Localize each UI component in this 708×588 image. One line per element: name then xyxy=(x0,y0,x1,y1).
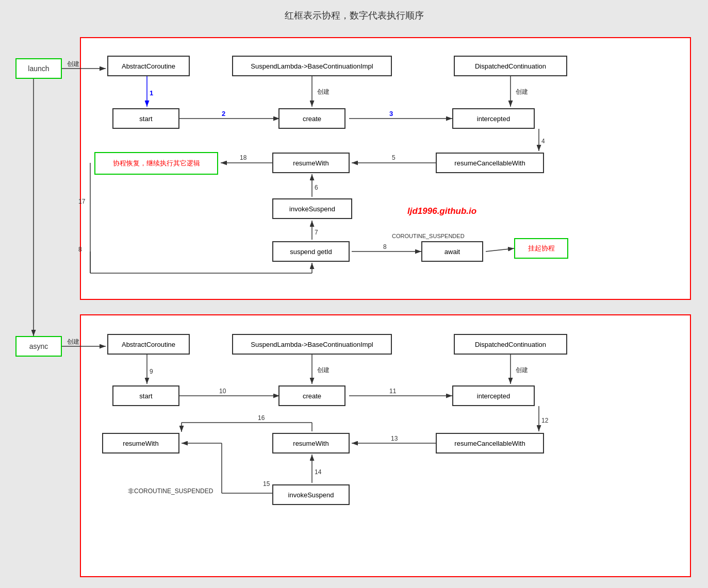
launch-node: launch xyxy=(15,58,62,79)
create-top: create xyxy=(278,108,345,129)
suspend-lambda-bottom: SuspendLambda->BaseContinuationImpl xyxy=(232,334,392,355)
svg-text:创建: 创建 xyxy=(67,60,79,68)
resume-cancellable-top: resumeCancellableWith xyxy=(436,153,544,173)
resume-with-bottom-left: resumeWith xyxy=(102,433,179,453)
invoke-suspend-bottom: invokeSuspend xyxy=(272,484,350,505)
intercepted-top: intercepted xyxy=(452,108,535,129)
resume-with-top: resumeWith xyxy=(272,153,350,173)
suspend-getid: suspend getId xyxy=(272,241,350,262)
svg-text:创建: 创建 xyxy=(67,338,79,345)
intercepted-bottom: intercepted xyxy=(452,385,535,406)
create-bottom: create xyxy=(278,385,345,406)
start-top: start xyxy=(112,108,179,129)
dispatched-continuation-top: DispatchedContinuation xyxy=(454,56,567,76)
resume-cancellable-bottom: resumeCancellableWith xyxy=(436,433,544,453)
async-node: async xyxy=(15,336,62,357)
abstract-coroutine-bottom: AbstractCoroutine xyxy=(107,334,190,355)
watermark: ljd1996.github.io xyxy=(407,206,476,216)
suspend-lambda-top: SuspendLambda->BaseContinuationImpl xyxy=(232,56,392,76)
non-coroutine-label: 非COROUTINE_SUSPENDED xyxy=(128,487,213,496)
start-bottom: start xyxy=(112,385,179,406)
invoke-suspend-top: invokeSuspend xyxy=(272,198,352,219)
page-title: 红框表示协程，数字代表执行顺序 xyxy=(0,0,708,22)
resume-with-bottom-center: resumeWith xyxy=(272,433,350,453)
resume-note-top: 协程恢复，继续执行其它逻辑 xyxy=(94,152,218,175)
abstract-coroutine-top: AbstractCoroutine xyxy=(107,56,190,76)
dispatched-continuation-bottom: DispatchedContinuation xyxy=(454,334,567,355)
await-node: await xyxy=(421,241,483,262)
suspend-coroutine-note: 挂起协程 xyxy=(514,238,568,259)
main-container: 红框表示协程，数字代表执行顺序 创建 1 创建 创建 2 xyxy=(0,0,708,588)
